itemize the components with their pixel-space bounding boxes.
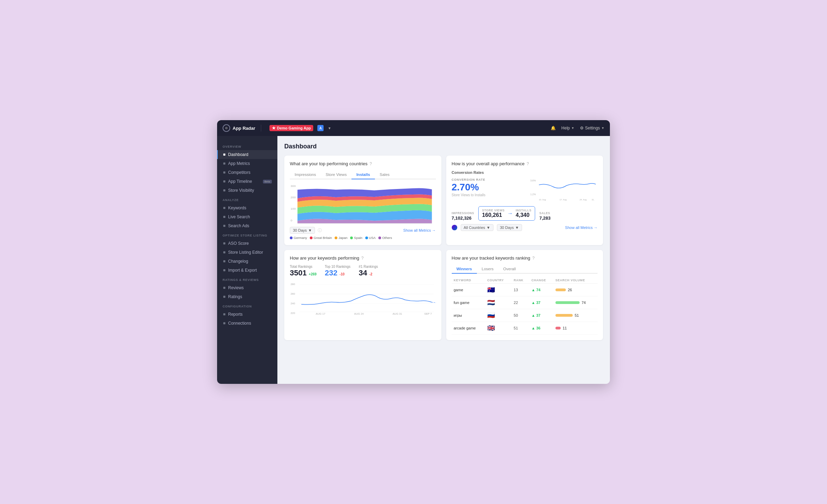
total-rankings-value: 3501 +269	[290, 269, 317, 277]
show-all-metrics-performance[interactable]: Show all Metrics →	[565, 225, 598, 230]
table-row: game 🇦🇺 13 ▲ 74 26	[452, 284, 598, 296]
help-icon[interactable]: ?	[361, 256, 364, 261]
help-button[interactable]: Help ▼	[561, 126, 574, 130]
kw-rank: 13	[512, 284, 529, 296]
kw-keyword: game	[452, 284, 486, 296]
sidebar-item-store-visibility[interactable]: Store Visibility	[217, 186, 277, 195]
sidebar-item-import-export[interactable]: Import & Export	[217, 266, 277, 275]
bell-icon: 🔔	[551, 126, 556, 130]
sidebar-item-ratings[interactable]: Ratings	[217, 292, 277, 301]
help-icon[interactable]: ?	[369, 161, 372, 166]
search-vol-bar	[555, 314, 573, 317]
tracked-keywords-table: KEYWORD COUNTRY RANK CHANGE SEARCH VOLUM…	[452, 277, 598, 335]
tab-impressions[interactable]: Impressions	[290, 170, 321, 179]
settings-icon: ⚙	[580, 126, 584, 130]
col-rank: RANK	[512, 277, 529, 284]
kw-rank: 22	[512, 296, 529, 309]
top-nav: ⊙ App Radar ★ Demo Gaming App A ▼ 🔔 Help…	[217, 120, 610, 136]
sidebar-item-app-timeline[interactable]: App Timeline Beta	[217, 177, 277, 186]
sv-number: 74	[582, 301, 586, 305]
tab-store-views[interactable]: Store Views	[321, 170, 351, 179]
sidebar-item-connections[interactable]: Connections	[217, 319, 277, 328]
total-rankings-stat: Total Rankings 3501 +269	[290, 265, 317, 277]
chart-controls: 30 Days ▼ ⓘ	[290, 227, 322, 234]
dropdown-arrow[interactable]: ▼	[328, 126, 331, 130]
tab-installs[interactable]: Installs	[351, 170, 375, 179]
sidebar-item-competitors[interactable]: Competitors	[217, 168, 277, 177]
sidebar-item-live-search[interactable]: Live Search	[217, 212, 277, 221]
help-icon[interactable]: ?	[527, 161, 529, 166]
sidebar: Overview Dashboard App Metrics Competito…	[217, 136, 277, 384]
app-logo: ⊙ App Radar	[223, 124, 255, 132]
tab-winners[interactable]: Winners	[452, 265, 477, 274]
kw-rank: 51	[512, 322, 529, 335]
svg-text:0: 0	[290, 219, 292, 222]
col-country: COUNTRY	[485, 277, 512, 284]
kw-search-volume: 51	[553, 309, 598, 322]
legend-spain: Spain	[350, 236, 362, 240]
svg-text:1.2%: 1.2%	[530, 193, 536, 196]
sidebar-dot	[223, 260, 225, 262]
rank-change-value: ▲ 37	[531, 313, 551, 317]
top-countries-chart: 300 200 100 0	[290, 183, 436, 224]
sidebar-item-search-ads[interactable]: Search Ads	[217, 221, 277, 230]
rank1-value: 34 -2	[359, 269, 378, 277]
sales-value: 7,283	[539, 216, 551, 221]
kw-rank: 50	[512, 309, 529, 322]
kw-change: ▲ 37	[529, 309, 553, 322]
chart-info-icon[interactable]: ⓘ	[318, 228, 322, 233]
svg-text:AUG 31: AUG 31	[392, 312, 402, 315]
countries-chart-footer: 30 Days ▼ ⓘ Show all Metrics →	[290, 227, 436, 234]
period-dropdown-performance[interactable]: 30 Days ▼	[497, 224, 522, 231]
main-layout: Overview Dashboard App Metrics Competito…	[217, 136, 610, 384]
sidebar-item-keywords[interactable]: Keywords	[217, 203, 277, 212]
table-row: fun game 🇳🇱 22 ▲ 37 74	[452, 296, 598, 309]
kw-country: 🇳🇱	[485, 296, 512, 309]
tab-overall[interactable]: Overall	[498, 265, 520, 274]
conversion-rate-label: CONVERSION RATE	[452, 178, 523, 181]
rank1-stat: #1 Rankings 34 -2	[359, 265, 378, 277]
all-countries-flag	[452, 225, 457, 230]
notifications-button[interactable]: 🔔	[551, 126, 556, 130]
sidebar-item-reviews[interactable]: Reviews	[217, 283, 277, 292]
platform-icon[interactable]: A	[317, 125, 324, 131]
kw-country: 🇬🇧	[485, 322, 512, 335]
settings-button[interactable]: ⚙ Settings ▼	[580, 126, 604, 130]
legend-color	[290, 237, 293, 239]
sidebar-section-overview: Overview	[217, 141, 277, 150]
content-area: Dashboard What are your top performing c…	[277, 136, 610, 384]
sidebar-dot	[223, 189, 225, 191]
kw-country: 🇷🇺	[485, 309, 512, 322]
top10-value: 232 -10	[325, 269, 351, 277]
col-change: CHANGE	[529, 277, 553, 284]
sidebar-item-dashboard[interactable]: Dashboard	[217, 150, 277, 159]
svg-text:24. Aug: 24. Aug	[580, 199, 586, 201]
sidebar-item-reports[interactable]: Reports	[217, 310, 277, 319]
dropdown-chevron-icon: ▼	[487, 225, 490, 230]
total-rankings-change: +269	[309, 272, 317, 276]
sidebar-dot	[223, 296, 225, 298]
sidebar-item-aso-score[interactable]: ASO Score	[217, 239, 277, 248]
show-all-metrics-link[interactable]: Show all Metrics →	[403, 228, 436, 232]
rank-change-value: ▲ 37	[531, 301, 551, 305]
app-title: App Radar	[233, 126, 255, 131]
conversion-rate-value: 2.70%	[452, 181, 523, 193]
sidebar-dot	[223, 171, 225, 174]
period-dropdown[interactable]: 30 Days ▼	[290, 227, 315, 234]
metric-sales: SALES 7,283	[539, 211, 551, 221]
help-icon[interactable]: ?	[532, 256, 535, 261]
nav-right: 🔔 Help ▼ ⚙ Settings ▼	[551, 126, 604, 130]
sidebar-item-app-metrics[interactable]: App Metrics	[217, 159, 277, 168]
all-countries-dropdown[interactable]: All Countries ▼	[461, 224, 493, 231]
demo-app-badge[interactable]: ★ Demo Gaming App	[269, 125, 314, 131]
installs-value: 4,340	[516, 212, 532, 218]
tab-losers[interactable]: Losers	[477, 265, 499, 274]
logo-icon: ⊙	[223, 124, 230, 132]
store-views-value: 160,261	[482, 212, 504, 218]
svg-text:100: 100	[290, 207, 296, 210]
sidebar-item-changelog[interactable]: Changelog	[217, 257, 277, 266]
sidebar-item-store-listing-editor[interactable]: Store Listing Editor	[217, 248, 277, 257]
kw-keyword: игры	[452, 309, 486, 322]
dropdown-chevron-icon: ▼	[515, 225, 519, 230]
tab-sales[interactable]: Sales	[375, 170, 395, 179]
